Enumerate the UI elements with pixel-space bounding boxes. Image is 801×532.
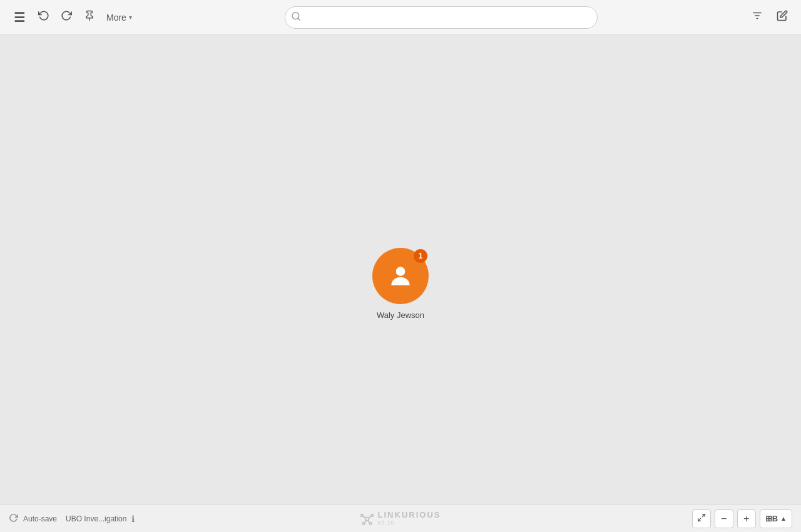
- edit-button[interactable]: [771, 6, 793, 29]
- logo-text-stack: LINKURIOUS v2.10: [378, 511, 441, 526]
- redo-button[interactable]: [55, 6, 78, 29]
- graph-canvas[interactable]: 1 Waly Jewson: [0, 35, 801, 532]
- svg-line-14: [364, 520, 366, 523]
- toolbar-search: [137, 6, 746, 29]
- info-icon[interactable]: ℹ: [131, 514, 135, 524]
- bottombar-right: − + ⊞B ▲: [692, 509, 792, 528]
- autosave-label: Auto-save: [23, 514, 57, 523]
- menu-button[interactable]: ☰: [8, 6, 30, 29]
- logo-version: v2.10: [378, 520, 441, 526]
- undo-icon: [38, 10, 49, 24]
- bottombar: Auto-save UBO Inve...igation ℹ LINKURIOU…: [0, 504, 801, 532]
- logo-network-icon: [360, 512, 374, 526]
- edit-icon: [777, 10, 788, 24]
- logo-name: LINKURIOUS: [378, 511, 441, 519]
- filter-button[interactable]: [746, 6, 768, 29]
- bottombar-left: Auto-save UBO Inve...igation ℹ: [9, 513, 692, 524]
- graph-node[interactable]: 1 Waly Jewson: [372, 248, 429, 320]
- more-button[interactable]: More ▾: [101, 9, 137, 26]
- investigation-label: UBO Inve...igation: [66, 514, 126, 523]
- hamburger-icon: ☰: [14, 11, 24, 24]
- fit-to-screen-button[interactable]: [692, 509, 711, 528]
- autosave-icon: [9, 513, 18, 524]
- svg-line-12: [363, 515, 365, 518]
- layout-label: ⊞B: [765, 514, 778, 523]
- fit-icon: [697, 513, 706, 524]
- svg-line-15: [368, 520, 370, 523]
- zoom-in-icon: +: [743, 513, 749, 524]
- more-label: More: [106, 13, 126, 23]
- node-label: Waly Jewson: [377, 310, 424, 320]
- node-badge: 1: [414, 249, 427, 263]
- undo-button[interactable]: [33, 6, 55, 29]
- person-icon: [387, 262, 414, 290]
- zoom-out-icon: −: [721, 513, 727, 524]
- search-input[interactable]: [285, 6, 598, 29]
- zoom-in-button[interactable]: +: [737, 509, 756, 528]
- toolbar: ☰: [0, 0, 801, 35]
- svg-point-6: [396, 267, 406, 276]
- svg-point-9: [371, 514, 374, 516]
- search-container: [285, 6, 598, 29]
- undo-redo-group: [33, 6, 78, 29]
- linkurious-logo: LINKURIOUS v2.10: [360, 511, 441, 526]
- filter-icon: [752, 10, 763, 24]
- toolbar-left-group: ☰: [8, 6, 137, 29]
- pin-button[interactable]: [80, 6, 99, 29]
- svg-line-13: [369, 515, 371, 518]
- pin-icon: [84, 10, 95, 24]
- redo-icon: [61, 10, 72, 24]
- chevron-down-icon: ▾: [129, 14, 132, 21]
- svg-point-7: [365, 517, 369, 521]
- svg-point-8: [360, 514, 363, 516]
- layout-button[interactable]: ⊞B ▲: [760, 509, 792, 528]
- chevron-up-icon: ▲: [780, 515, 787, 522]
- zoom-out-button[interactable]: −: [715, 509, 733, 528]
- node-circle[interactable]: 1: [372, 248, 429, 304]
- bottombar-center: LINKURIOUS v2.10: [360, 511, 441, 526]
- toolbar-right-group: [746, 6, 793, 29]
